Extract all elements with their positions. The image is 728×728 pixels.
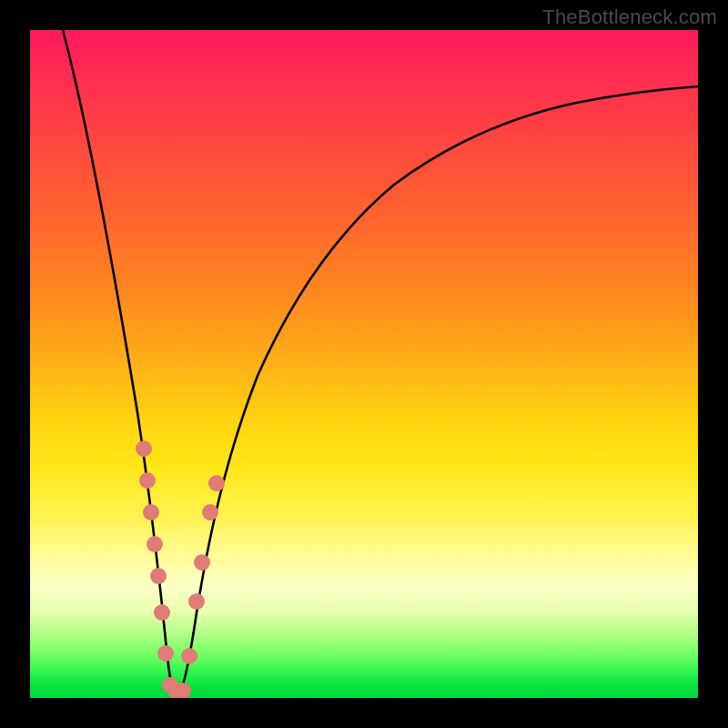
bottleneck-curve <box>63 30 698 695</box>
marker-dot <box>188 593 205 610</box>
marker-dot <box>194 554 210 571</box>
chart-svg <box>30 30 698 698</box>
marker-group <box>136 440 225 698</box>
marker-dot <box>157 645 174 662</box>
marker-dot <box>181 648 197 664</box>
marker-dot <box>208 475 225 491</box>
marker-dot <box>202 504 218 521</box>
marker-dot <box>136 440 152 457</box>
marker-dot <box>147 536 163 552</box>
chart-frame: TheBottleneck.com <box>0 0 728 728</box>
marker-dot <box>154 604 170 621</box>
marker-dot <box>139 472 156 489</box>
marker-dot <box>143 504 159 521</box>
marker-dot <box>150 568 167 584</box>
watermark-text: TheBottleneck.com <box>542 5 717 29</box>
chart-plot-area <box>30 30 698 698</box>
